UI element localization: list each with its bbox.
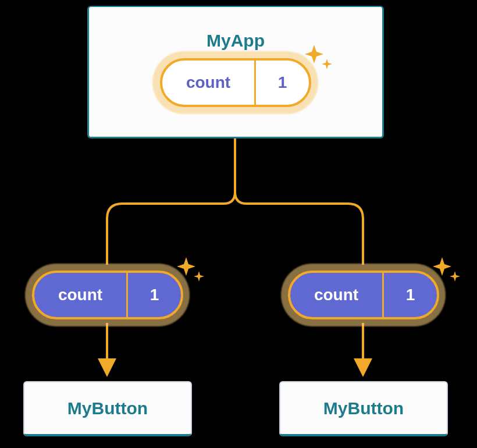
sparkle-icon <box>302 44 337 79</box>
child-pill-label-left: count <box>34 273 128 317</box>
diagram-canvas: MyApp count 1 count 1 count 1 MyButton M… <box>0 0 477 448</box>
parent-pill-value: 1 <box>256 61 309 105</box>
parent-state-pill: count 1 <box>160 58 311 107</box>
sparkle-icon <box>430 256 465 291</box>
child-title-right: MyButton <box>323 399 404 418</box>
child-prop-pill-right: count 1 <box>288 271 439 319</box>
child-pill-label-right: count <box>290 273 384 317</box>
child-pill-value-right: 1 <box>384 273 437 317</box>
child-component-box-right: MyButton <box>279 381 448 436</box>
child-title-left: MyButton <box>67 399 148 418</box>
child-prop-pill-left: count 1 <box>32 271 183 319</box>
sparkle-icon <box>175 256 209 291</box>
parent-pill-label: count <box>162 61 256 105</box>
child-pill-value-left: 1 <box>128 273 181 317</box>
child-component-box-left: MyButton <box>23 381 192 436</box>
parent-title: MyApp <box>207 31 265 51</box>
